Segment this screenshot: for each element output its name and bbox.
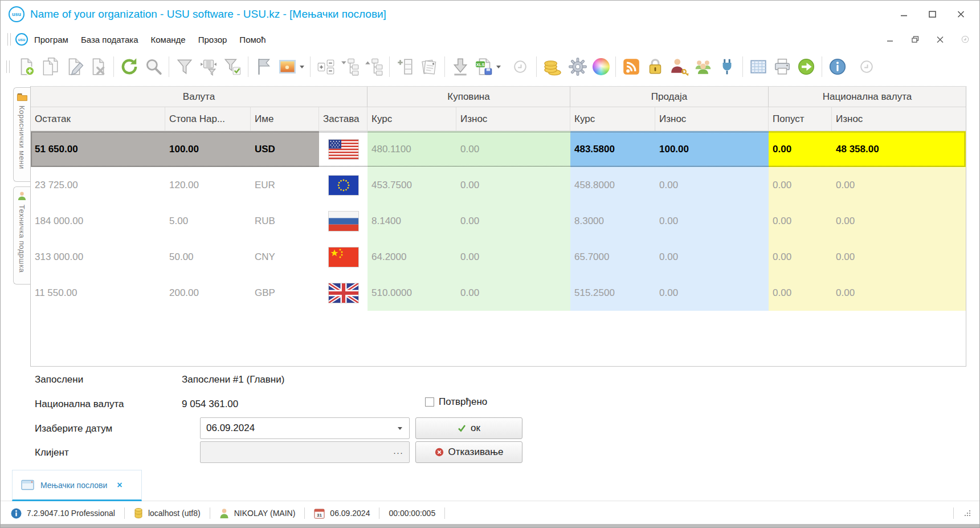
mdi-minimize-button[interactable] bbox=[886, 36, 894, 43]
cell-sell-amount[interactable]: 0.00 bbox=[655, 203, 769, 239]
notes-button[interactable] bbox=[417, 54, 441, 80]
cell-buy-rate[interactable]: 453.7500 bbox=[368, 167, 456, 203]
cell-remainder[interactable]: 313 000.00 bbox=[31, 239, 165, 275]
edit-record-button[interactable] bbox=[62, 54, 86, 80]
date-dropdown-caret[interactable] bbox=[398, 427, 402, 430]
tab-exchange-operations[interactable]: Мењачки послови × bbox=[12, 470, 142, 501]
cell-sell-rate[interactable]: 458.8000 bbox=[570, 167, 655, 203]
minimize-button[interactable] bbox=[900, 11, 908, 18]
column-header-buy-rate[interactable]: Курс bbox=[368, 107, 456, 131]
cell-rate[interactable]: 120.00 bbox=[165, 167, 251, 203]
cell-discount[interactable]: 0.00 bbox=[769, 203, 832, 239]
table-row-rub[interactable]: 184 000.00 5.00 RUB 8.1400 0.00 8.3000 0… bbox=[31, 203, 966, 239]
cell-name[interactable]: GBP bbox=[251, 275, 319, 311]
table-row-eur[interactable]: 23 725.00 120.00 EUR 453.7500 0.00 458.8… bbox=[31, 167, 966, 203]
cell-flag[interactable] bbox=[319, 203, 368, 239]
next-window-button[interactable] bbox=[511, 54, 529, 80]
tab-close-icon[interactable]: × bbox=[117, 480, 122, 490]
settings-button[interactable] bbox=[565, 54, 590, 80]
add-column-button[interactable] bbox=[393, 54, 417, 80]
lock-button[interactable] bbox=[643, 54, 667, 80]
group-header-national[interactable]: Национална валута bbox=[769, 87, 966, 107]
ok-button[interactable]: ок bbox=[415, 417, 522, 439]
menu-help[interactable]: Помоћ bbox=[233, 32, 272, 47]
cell-buy-amount[interactable]: 0.00 bbox=[456, 167, 570, 203]
user-access-button[interactable] bbox=[667, 54, 691, 80]
add-record-button[interactable] bbox=[14, 54, 38, 80]
cell-remainder[interactable]: 51 650.00 bbox=[31, 131, 165, 167]
flag-button[interactable] bbox=[252, 54, 276, 80]
cell-sell-amount[interactable]: 0.00 bbox=[655, 167, 769, 203]
grid-view-button[interactable] bbox=[746, 54, 770, 80]
side-tab-tech-support[interactable]: Техничка подршка bbox=[13, 186, 30, 285]
export-xls-button[interactable]: XLS bbox=[472, 54, 503, 80]
copy-record-button[interactable] bbox=[38, 54, 62, 80]
close-button[interactable] bbox=[957, 11, 965, 18]
cell-nat-amount[interactable]: 0.00 bbox=[832, 167, 966, 203]
cell-name[interactable]: EUR bbox=[251, 167, 319, 203]
column-header-sell-amount[interactable]: Износ bbox=[655, 107, 769, 131]
cell-buy-rate[interactable]: 64.2000 bbox=[368, 239, 456, 275]
tree-expand-button[interactable] bbox=[338, 54, 362, 80]
cell-sell-rate[interactable]: 8.3000 bbox=[570, 203, 655, 239]
column-header-flag[interactable]: Застава bbox=[319, 107, 368, 131]
import-button[interactable] bbox=[448, 54, 472, 80]
column-header-discount[interactable]: Попуст bbox=[769, 107, 832, 131]
cell-buy-rate[interactable]: 510.0000 bbox=[368, 275, 456, 311]
resize-grip[interactable] bbox=[963, 509, 971, 518]
cell-buy-rate[interactable]: 8.1400 bbox=[368, 203, 456, 239]
cell-sell-amount[interactable]: 0.00 bbox=[655, 275, 769, 311]
image-button[interactable] bbox=[276, 54, 307, 80]
column-header-nat-amount[interactable]: Износ bbox=[832, 107, 966, 131]
export-dropdown-caret[interactable] bbox=[496, 66, 501, 68]
table-row-cny[interactable]: 313 000.00 50.00 CNY 64.2000 0.00 65.700… bbox=[31, 239, 966, 275]
cell-discount[interactable]: 0.00 bbox=[769, 131, 832, 167]
go-next-button[interactable] bbox=[794, 54, 818, 80]
cell-remainder[interactable]: 23 725.00 bbox=[31, 167, 165, 203]
menu-program[interactable]: Програм bbox=[28, 32, 75, 47]
cell-buy-rate[interactable]: 480.1100 bbox=[368, 131, 456, 167]
info-button[interactable] bbox=[826, 54, 850, 80]
filter-button[interactable] bbox=[173, 54, 197, 80]
confirmed-checkbox[interactable] bbox=[425, 397, 434, 407]
cell-rate[interactable]: 100.00 bbox=[165, 131, 251, 167]
search-button[interactable] bbox=[141, 54, 165, 80]
integrations-button[interactable] bbox=[715, 54, 739, 80]
group-header-sell[interactable]: Продаја bbox=[570, 87, 769, 107]
side-tab-user-menu[interactable]: Кориснички мени bbox=[13, 87, 30, 182]
filter-confirm-button[interactable] bbox=[220, 54, 244, 80]
mdi-close-button[interactable] bbox=[936, 36, 944, 43]
cell-buy-amount[interactable]: 0.00 bbox=[456, 203, 570, 239]
cell-discount[interactable]: 0.00 bbox=[769, 239, 832, 275]
cell-nat-amount[interactable]: 48 358.00 bbox=[832, 131, 966, 167]
mdi-more-windows-icon[interactable] bbox=[961, 36, 969, 43]
cell-nat-amount[interactable]: 0.00 bbox=[832, 239, 966, 275]
cell-name[interactable]: RUB bbox=[251, 203, 319, 239]
cell-sell-rate[interactable]: 483.5800 bbox=[570, 131, 655, 167]
print-button[interactable] bbox=[770, 54, 794, 80]
table-row-usd[interactable]: 51 650.00 100.00 USD 480.1100 0.00 483.5… bbox=[31, 131, 966, 167]
cell-sell-amount[interactable]: 0.00 bbox=[655, 239, 769, 275]
refresh-button[interactable] bbox=[117, 54, 141, 80]
cell-sell-rate[interactable]: 65.7000 bbox=[570, 239, 655, 275]
mdi-restore-button[interactable] bbox=[911, 36, 919, 43]
cell-remainder[interactable]: 184 000.00 bbox=[31, 203, 165, 239]
cell-nat-amount[interactable]: 0.00 bbox=[832, 275, 966, 311]
menu-window[interactable]: Прозор bbox=[192, 32, 234, 47]
table-row-gbp[interactable]: 11 550.00 200.00 GBP 510.0000 0.00 515.2… bbox=[31, 275, 966, 311]
more-button[interactable] bbox=[858, 54, 876, 80]
maximize-button[interactable] bbox=[928, 11, 936, 18]
cell-flag[interactable] bbox=[319, 131, 368, 167]
image-dropdown-caret[interactable] bbox=[300, 66, 304, 68]
cell-sell-rate[interactable]: 515.2500 bbox=[570, 275, 655, 311]
group-header-buy[interactable]: Куповина bbox=[368, 87, 570, 107]
toolbar-grip-2[interactable] bbox=[6, 60, 10, 73]
money-button[interactable] bbox=[540, 54, 565, 80]
date-combobox[interactable]: 06.09.2024 bbox=[200, 417, 410, 439]
cell-discount[interactable]: 0.00 bbox=[769, 167, 832, 203]
users-button[interactable] bbox=[691, 54, 715, 80]
cell-discount[interactable]: 0.00 bbox=[769, 275, 832, 311]
cell-buy-amount[interactable]: 0.00 bbox=[456, 131, 570, 167]
cell-remainder[interactable]: 11 550.00 bbox=[31, 275, 165, 311]
rss-button[interactable] bbox=[619, 54, 643, 80]
